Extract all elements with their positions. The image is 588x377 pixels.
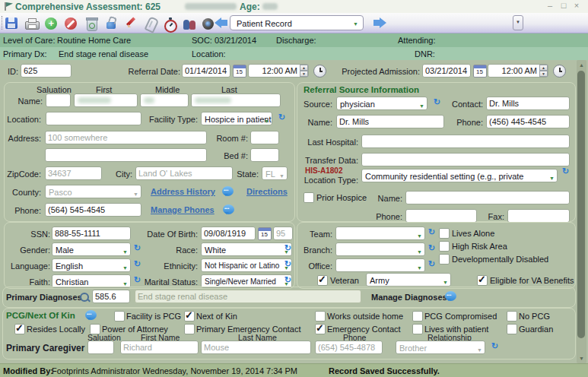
manage-diagnoses-bubble-icon[interactable] [445,291,456,301]
maximize-button[interactable] [558,2,569,11]
projected-admission-date-input[interactable] [422,64,471,78]
emergency-contact-checkbox[interactable] [315,324,326,334]
office-select[interactable] [335,258,425,272]
prior-name-input[interactable] [405,191,570,204]
contact-input[interactable] [486,97,570,110]
state-select[interactable]: FL [262,166,288,180]
edit-button[interactable] [122,14,140,32]
marital-refresh-icon[interactable] [284,275,294,284]
diagnosis-code-input[interactable] [92,290,130,303]
address-history-link[interactable]: Address History [151,187,215,196]
service-branch-select[interactable]: Army [366,273,451,287]
caregiver-first-input[interactable] [120,341,199,354]
projected-admission-clock-icon[interactable] [553,65,566,78]
address1-input[interactable] [45,131,207,144]
referral-date-calendar-icon[interactable] [233,65,246,78]
caregiver-phone-input[interactable] [315,341,383,354]
lives-alone-checkbox[interactable] [439,228,450,239]
no-pcg-checkbox[interactable] [507,311,517,322]
scrollbar-thumb[interactable] [577,71,585,338]
lives-with-patient-checkbox[interactable] [412,324,423,334]
projected-admission-time-spinner[interactable] [539,65,548,77]
manage-phones-bubble-icon[interactable] [223,204,234,214]
team-select[interactable] [335,227,425,240]
ethnicity-refresh-icon[interactable] [284,259,294,268]
facility-type-select[interactable]: Hospice in patient [201,112,272,125]
manage-phones-link[interactable]: Manage Phones [151,205,215,214]
veteran-checkbox[interactable] [317,275,328,286]
caregiver-relationship-select[interactable]: Brother [396,341,485,354]
va-benefits-checkbox[interactable] [477,275,488,286]
last-hospital-input[interactable] [361,135,570,148]
source-refresh-icon[interactable] [434,97,443,106]
fax-input[interactable] [507,209,570,223]
branch-refresh-icon[interactable] [428,243,437,252]
attach-button[interactable] [141,14,160,32]
room-input[interactable] [250,131,279,144]
office-refresh-icon[interactable] [428,259,437,268]
cancel-button[interactable] [62,14,81,32]
pcg-compromised-checkbox[interactable] [412,311,423,322]
caregiver-relationship-refresh-icon[interactable] [491,341,501,350]
source-select[interactable]: physician [336,97,427,110]
referral-date-input[interactable] [182,64,230,78]
patients-button[interactable] [181,14,199,32]
gender-select[interactable]: Male [52,242,131,256]
patient-phone-input[interactable] [45,203,141,217]
diagnosis-search-icon[interactable] [80,293,89,302]
forward-button[interactable] [370,16,388,33]
race-refresh-icon[interactable] [284,243,294,252]
caregiver-last-input[interactable] [201,341,311,354]
add-button[interactable] [43,14,61,32]
save-button[interactable] [3,14,21,32]
patient-location-input[interactable] [46,112,141,125]
toolbar-overflow-button[interactable] [513,15,523,30]
language-select[interactable]: English [52,258,131,272]
zip-input[interactable] [45,166,102,180]
scroll-down-icon[interactable]: ▼ [579,356,584,361]
dob-calendar-icon[interactable] [258,227,272,240]
projected-admission-calendar-icon[interactable] [473,65,487,78]
high-risk-checkbox[interactable] [439,241,450,252]
prior-hospice-checkbox[interactable] [304,192,314,203]
manage-diagnoses-label[interactable]: Manage Diagnoses [371,293,447,302]
delete-button[interactable] [82,14,100,32]
ethnicity-select[interactable]: Not Hispanic or Latino [201,258,292,272]
city-input[interactable] [135,166,233,180]
lock-button[interactable] [102,14,120,32]
location-type-select[interactable]: Community residential setting (e.g., pri… [361,169,558,182]
county-select[interactable]: Pasco [45,185,141,198]
vertical-scrollbar[interactable]: ▲ ▼ [577,60,586,363]
facility-is-pcg-checkbox[interactable] [114,311,125,322]
bed-input[interactable] [250,148,279,162]
timer-button[interactable] [161,14,180,32]
diagnosis-description-input[interactable] [135,290,361,303]
print-button[interactable] [23,14,41,32]
location-type-refresh-icon[interactable] [562,166,571,176]
scroll-up-icon[interactable]: ▲ [579,62,584,68]
ssn-input[interactable] [52,227,131,240]
referral-time-clock-icon[interactable] [313,65,326,78]
primary-emergency-contact-checkbox[interactable] [184,324,195,334]
prior-phone-input[interactable] [405,209,477,223]
caregiver-salutation-input[interactable] [87,341,114,354]
age-input[interactable] [273,227,293,240]
guardian-checkbox[interactable] [507,324,517,334]
referral-phone-input[interactable] [486,115,570,128]
record-type-select[interactable]: Patient Record [230,15,364,30]
resides-locally-checkbox[interactable] [14,324,25,334]
dev-disabled-checkbox[interactable] [439,254,450,265]
transfer-data-input[interactable] [361,153,570,166]
team-refresh-icon[interactable] [428,227,437,236]
facility-type-refresh-icon[interactable] [278,112,288,122]
minimize-button[interactable] [545,2,555,11]
branch-select[interactable] [335,242,425,256]
salutation-input[interactable] [46,93,71,107]
works-outside-home-checkbox[interactable] [315,311,326,322]
close-button[interactable] [571,2,582,11]
referral-name-input[interactable] [336,115,444,128]
referral-time-spinner[interactable] [300,65,308,77]
address-history-bubble-icon[interactable] [222,186,234,196]
pcg-bubble-icon[interactable] [85,310,97,320]
address2-input[interactable] [45,148,207,162]
